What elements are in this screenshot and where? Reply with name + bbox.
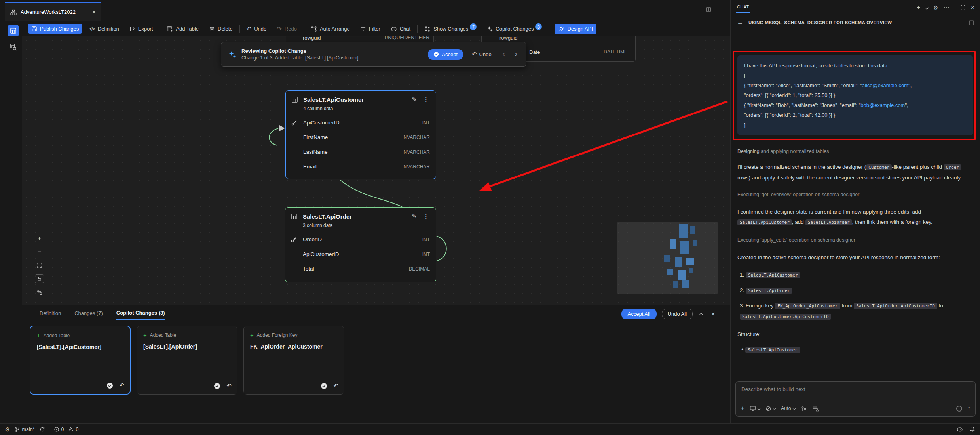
zoom-out-button[interactable]: − bbox=[35, 247, 44, 256]
mcp-server-warning-icon[interactable] bbox=[812, 405, 819, 412]
editor-more-actions-icon[interactable]: ⋯ bbox=[719, 6, 725, 13]
screen-context-picker[interactable] bbox=[750, 405, 760, 412]
tab-close-icon[interactable]: × bbox=[92, 9, 96, 16]
code-chip: SalesLT.ApiOrder bbox=[805, 219, 852, 225]
find-tables-button[interactable] bbox=[8, 41, 19, 53]
new-chat-icon[interactable]: + bbox=[917, 4, 920, 11]
maximize-chat-icon[interactable] bbox=[960, 5, 966, 10]
list-item: SalesLT.ApiCustomer bbox=[740, 270, 973, 280]
show-changes-button[interactable]: Show Changes 7 bbox=[421, 23, 480, 34]
change-card-foreign-key[interactable]: +Added Foreign Key FK_ApiOrder_ApiCustom… bbox=[243, 326, 344, 395]
table-menu-icon[interactable]: ⋮ bbox=[422, 213, 430, 220]
edit-table-icon[interactable]: ✎ bbox=[412, 213, 417, 220]
undo-button[interactable]: ↶ Undo bbox=[243, 23, 270, 34]
table-card-apiorder[interactable]: SalesLT.ApiOrder ✎ ⋮ 3 column data Order… bbox=[285, 207, 436, 282]
zoom-in-button[interactable]: + bbox=[35, 234, 44, 243]
export-button[interactable]: Export bbox=[126, 24, 157, 34]
previous-change-icon[interactable]: ‹ bbox=[500, 50, 507, 58]
tab-definition[interactable]: Definition bbox=[40, 310, 61, 320]
column-row[interactable]: FirstName NVARCHAR bbox=[286, 130, 436, 145]
delete-button[interactable]: Delete bbox=[205, 24, 236, 34]
split-editor-icon[interactable] bbox=[705, 6, 712, 13]
mode-picker[interactable] bbox=[765, 406, 776, 412]
undo-all-button[interactable]: Undo All bbox=[662, 309, 693, 319]
send-icon[interactable]: ↑ bbox=[967, 405, 971, 412]
chat-more-actions-icon[interactable]: ⋯ bbox=[944, 4, 950, 11]
review-subtitle: Change 1 of 3: Added Table: [SalesLT].[A… bbox=[241, 55, 359, 61]
model-picker[interactable]: Auto bbox=[781, 406, 796, 411]
fit-to-screen-button[interactable] bbox=[35, 261, 44, 270]
close-chat-icon[interactable]: × bbox=[971, 4, 974, 11]
edit-table-icon[interactable]: ✎ bbox=[412, 96, 417, 103]
auto-arrange-button[interactable]: Auto Arrange bbox=[307, 24, 353, 34]
lock-icon bbox=[37, 276, 42, 281]
chat-panel-title[interactable]: CHAT bbox=[736, 2, 750, 13]
table-menu-icon[interactable]: ⋮ bbox=[422, 96, 430, 103]
git-branch-indicator[interactable]: main* bbox=[12, 424, 37, 435]
filter-button[interactable]: Filter bbox=[357, 24, 384, 34]
tab-adventureworks[interactable]: AdventureWorksLT2022 × bbox=[5, 2, 101, 21]
copilot-changes-button[interactable]: Copilot Changes 3 bbox=[483, 23, 545, 34]
chat-input-field[interactable] bbox=[736, 382, 975, 398]
column-name: FirstName bbox=[303, 134, 328, 140]
next-change-icon[interactable]: › bbox=[513, 50, 520, 58]
design-api-button[interactable]: Design API bbox=[555, 24, 596, 34]
thinking-header[interactable]: Designing and applying normalized tables bbox=[737, 149, 973, 154]
minimap-node bbox=[673, 281, 678, 288]
undo-change-icon[interactable]: ↶ bbox=[119, 382, 124, 389]
column-row[interactable]: LastName NVARCHAR bbox=[286, 145, 436, 159]
column-name: Total bbox=[303, 266, 314, 272]
chat-input-box[interactable]: + Auto bbox=[735, 381, 976, 417]
column-row[interactable]: OrderID INT bbox=[285, 232, 436, 247]
chat-settings-gear-icon[interactable]: ⚙ bbox=[933, 4, 938, 11]
problems-indicator[interactable]: 0 0 bbox=[51, 424, 81, 435]
add-table-button[interactable]: Add Table bbox=[163, 24, 202, 34]
copilot-status-icon[interactable] bbox=[957, 426, 963, 433]
new-chat-dropdown-icon[interactable] bbox=[925, 4, 928, 11]
accept-change-icon[interactable] bbox=[321, 383, 327, 389]
save-icon bbox=[31, 26, 37, 32]
redo-button[interactable]: ↷ Redo bbox=[273, 23, 300, 34]
layout-flow-button[interactable] bbox=[35, 288, 44, 297]
collapse-panel-icon[interactable] bbox=[698, 311, 705, 318]
back-icon[interactable]: ← bbox=[737, 19, 743, 26]
schema-canvas[interactable]: rowguid UNIQUEIDENTIFIER rowguid Date DA… bbox=[22, 36, 730, 305]
undo-change-icon[interactable]: ↶ bbox=[226, 382, 232, 389]
email-link[interactable]: bob@example.com bbox=[860, 102, 905, 108]
column-row[interactable]: Total DECIMAL bbox=[285, 261, 436, 276]
accept-change-button[interactable]: Accept bbox=[428, 49, 463, 60]
add-context-icon[interactable]: + bbox=[741, 404, 744, 412]
accept-change-icon[interactable] bbox=[106, 382, 113, 389]
close-panel-icon[interactable]: × bbox=[710, 310, 717, 318]
undo-change-button[interactable]: ↶ Undo bbox=[469, 48, 495, 60]
sync-changes-button[interactable] bbox=[37, 424, 47, 435]
change-card-apiorder[interactable]: +Added Table [SalesLT].[ApiOrder] ↶ bbox=[137, 326, 237, 395]
chat-panel: CHAT + ⚙ ⋯ × ← USING MSSQL_SCHEMA_DESIGN… bbox=[730, 0, 980, 423]
column-row[interactable]: ApiCustomerID INT bbox=[285, 247, 436, 261]
structure-heading: Structure: bbox=[737, 329, 973, 340]
schema-diagram-view-button[interactable] bbox=[8, 25, 19, 36]
column-row[interactable]: Email NVARCHAR bbox=[286, 159, 436, 174]
minimap[interactable] bbox=[617, 222, 718, 294]
column-row[interactable]: ApiCustomerID INT bbox=[286, 115, 436, 130]
tab-changes[interactable]: Changes (7) bbox=[74, 310, 103, 320]
manage-gear-icon[interactable]: ⚙ bbox=[2, 424, 12, 435]
definition-button[interactable]: </> Definition bbox=[85, 24, 123, 34]
lock-position-button[interactable] bbox=[35, 274, 44, 283]
open-in-editor-icon[interactable] bbox=[969, 20, 974, 26]
email-link[interactable]: alice@example.com bbox=[862, 82, 908, 88]
chat-button[interactable]: Chat bbox=[387, 24, 414, 34]
notifications-bell-icon[interactable] bbox=[969, 426, 975, 432]
code-chip: SalesLT.ApiCustomer bbox=[737, 219, 792, 225]
change-card-apicustomer[interactable]: +Added Table [SalesLT].[ApiCustomer] ↶ bbox=[30, 326, 131, 395]
publish-changes-button[interactable]: Publish Changes bbox=[28, 24, 82, 34]
accept-all-button[interactable]: Accept All bbox=[621, 309, 657, 319]
undo-change-icon[interactable]: ↶ bbox=[333, 382, 338, 389]
table-grid-icon bbox=[291, 213, 298, 220]
table-card-apicustomer[interactable]: SalesLT.ApiCustomer ✎ ⋮ 4 column data Ap… bbox=[285, 90, 436, 179]
configure-tools-icon[interactable] bbox=[801, 405, 807, 412]
tab-copilot-changes[interactable]: Copilot Changes (3) bbox=[116, 310, 165, 320]
table-meta: 4 column data bbox=[286, 103, 436, 115]
accept-change-icon[interactable] bbox=[214, 383, 220, 389]
column-type: INT bbox=[422, 237, 430, 242]
